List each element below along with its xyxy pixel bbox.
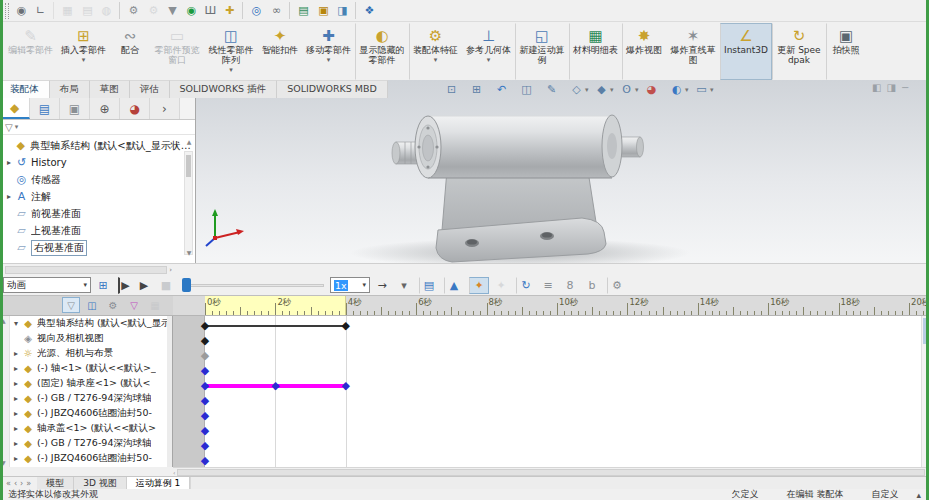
- filter-results-icon[interactable]: ▦: [146, 297, 164, 313]
- measure-comb-icon[interactable]: Ш: [201, 2, 220, 19]
- exploded-view-button[interactable]: ✸ 爆炸视图 ▾: [622, 23, 666, 80]
- dropdown-caret-icon[interactable]: ▾: [585, 86, 592, 94]
- feature-tree-item[interactable]: ▱ 上视基准面: [0, 222, 195, 239]
- tab-nav-icon[interactable]: «: [6, 479, 11, 488]
- gravity-icon[interactable]: b: [582, 277, 602, 294]
- scroll-down-icon[interactable]: ▼: [185, 249, 193, 256]
- propertymanager-tab[interactable]: ▤: [30, 98, 60, 119]
- playback-mode-icon[interactable]: →: [372, 277, 392, 294]
- collapse-pane-left-icon[interactable]: ◧: [872, 82, 881, 93]
- motion-key-diamond[interactable]: ◆: [199, 410, 211, 421]
- motion-study-properties-icon[interactable]: ⚙: [607, 277, 627, 294]
- filter-driving-icon[interactable]: ⚙: [104, 297, 122, 313]
- expand-arrow-icon[interactable]: ▸: [11, 424, 21, 433]
- motion-change-bar[interactable]: [205, 325, 346, 327]
- animation-wizard-icon[interactable]: ▲: [444, 277, 464, 294]
- scroll-thumb[interactable]: [177, 469, 924, 476]
- tree-filter-bar[interactable]: ▽ ▾: [0, 120, 195, 135]
- display-style-icon[interactable]: ◆: [593, 82, 610, 98]
- component-preview-button[interactable]: ▭ 零部件预览窗口 ▾: [150, 23, 204, 80]
- previous-view-icon[interactable]: ↶: [493, 82, 510, 98]
- take-snapshot-button[interactable]: ▣ 拍快照 ▾: [826, 23, 866, 80]
- snapshot-view-icon[interactable]: ◨: [333, 2, 352, 19]
- filter-selected-icon[interactable]: ▽: [125, 297, 143, 313]
- expand-arrow-icon[interactable]: ▸: [11, 349, 21, 358]
- panel-flyout-tab[interactable]: ›: [150, 98, 180, 119]
- expand-arrow-icon[interactable]: ▸: [11, 454, 21, 463]
- timeline-key-area[interactable]: ◆◆◆◆◆◆◆◆◆◆◆◆◆: [173, 316, 929, 467]
- study-type-select[interactable]: 动画 ▾: [3, 277, 91, 293]
- scroll-right-icon[interactable]: ›: [169, 266, 172, 274]
- feature-tree-item[interactable]: ◎ 传感器: [0, 171, 195, 188]
- timeline-horizontal-scrollbar[interactable]: ‹ ›: [173, 467, 929, 476]
- motion-tree-item[interactable]: ◈ 视向及相机视图: [11, 331, 167, 346]
- expand-arrow-icon[interactable]: ▸: [11, 394, 21, 403]
- bom-button[interactable]: ▦ 材料明细表 ▾: [569, 23, 622, 80]
- export-sheet-icon[interactable]: ▤: [289, 2, 314, 19]
- toolbar-grip[interactable]: [5, 3, 9, 19]
- tab-nav-icon[interactable]: »: [26, 479, 31, 488]
- motor-icon[interactable]: ↻: [516, 277, 536, 294]
- motion-key-diamond[interactable]: ◆: [199, 320, 211, 331]
- mate-button[interactable]: ∾ 配合 ▾: [110, 23, 150, 80]
- filter-none-icon[interactable]: ▽: [62, 297, 80, 313]
- sketch-view-icon[interactable]: ✎: [543, 82, 560, 98]
- command-tab[interactable]: 装配体: [0, 80, 50, 98]
- motion-key-diamond[interactable]: ◆: [199, 335, 211, 346]
- slider-thumb[interactable]: [182, 278, 191, 292]
- tree-scrollbar[interactable]: ▲ ▼: [184, 151, 193, 255]
- motion-key-diamond[interactable]: ◆: [199, 455, 211, 466]
- motion-tree-item[interactable]: ▸ ◆ 轴承盖<1> (默认<<默认>: [11, 421, 167, 436]
- tab-nav-icon[interactable]: ‹: [14, 479, 17, 488]
- edit-appearance-icon[interactable]: ◕: [643, 82, 660, 98]
- new-motion-study-button[interactable]: ◱ 新建运动算例 ▾: [515, 23, 569, 80]
- calculate-icon[interactable]: ⊞: [93, 277, 113, 294]
- motion-tree-item[interactable]: ▾ ◆ 典型轴系结构 (默认<默认_显示: [11, 316, 167, 331]
- save-animation-icon[interactable]: ▤: [419, 277, 439, 294]
- instant3d-button[interactable]: ∠ Instant3D ▾: [720, 23, 772, 80]
- binoculars-icon[interactable]: ∞: [267, 2, 286, 19]
- expand-arrow-icon[interactable]: ▸: [4, 158, 14, 167]
- explode-line-sketch-button[interactable]: ✶ 爆炸直线草图 ▾: [666, 23, 720, 80]
- feature-tree-item[interactable]: ▱ 右视基准面: [0, 239, 195, 256]
- stop-icon[interactable]: ■: [156, 277, 176, 294]
- screen-icon[interactable]: ▦: [53, 2, 78, 19]
- motion-tree-item[interactable]: ▸ ◆ (-) GB / T276-94深沟球轴: [11, 436, 167, 451]
- motion-key-diamond[interactable]: ◆: [340, 380, 352, 391]
- apply-scene-icon[interactable]: ◐: [668, 82, 685, 98]
- contact-icon[interactable]: 8: [560, 277, 580, 294]
- search-icon[interactable]: ◎: [242, 2, 267, 19]
- select-lamp-icon[interactable]: ◉: [12, 2, 31, 19]
- motion-key-diamond[interactable]: ◆: [199, 395, 211, 406]
- configurationmanager-tab[interactable]: ▣: [60, 98, 90, 119]
- insert-components-button[interactable]: ⊞ 插入零部件 ▾: [57, 23, 110, 80]
- hide-show-items-icon[interactable]: ʘ: [618, 82, 635, 98]
- motion-tree-item[interactable]: ▸ ☼ 光源、相机与布景: [11, 346, 167, 361]
- featuremanager-tab[interactable]: ◆: [0, 98, 30, 119]
- scroll-thumb[interactable]: [186, 155, 191, 177]
- move-component-button[interactable]: ✚ 移动零部件 ▾: [302, 23, 355, 80]
- motion-tree-item[interactable]: ▸ ◆ (-) JBZQ4606毡圈油封50-: [11, 451, 167, 466]
- view-settings-icon[interactable]: ▭: [693, 82, 710, 98]
- motion-key-diamond[interactable]: ◆: [199, 365, 211, 376]
- motion-tree-item[interactable]: ▸ ◆ (-) JBZQ4606毡圈油封50-: [11, 406, 167, 421]
- scroll-left-icon[interactable]: ‹: [173, 469, 175, 476]
- feature-tree-item[interactable]: ▱ 前视基准面: [0, 205, 195, 222]
- filter-animated-icon[interactable]: ◫: [83, 297, 101, 313]
- window-switch-icon[interactable]: ❖: [355, 2, 380, 19]
- expand-arrow-icon[interactable]: ▸: [11, 379, 21, 388]
- location-pin-icon[interactable]: ◉: [182, 2, 201, 19]
- playback-mode-caret[interactable]: ▾: [394, 277, 414, 294]
- motion-key-diamond[interactable]: ◆: [199, 425, 211, 436]
- gear-disabled-icon[interactable]: ⚙: [144, 2, 163, 19]
- motion-tree-item[interactable]: ▸ ◆ (固定) 轴承座<1> (默认<: [11, 376, 167, 391]
- print-icon[interactable]: ▣: [314, 2, 333, 19]
- corner-ruler-icon[interactable]: ∟: [31, 2, 50, 19]
- tab-nav-icon[interactable]: ›: [20, 479, 23, 488]
- collapse-pane-right-icon[interactable]: ◨: [886, 82, 895, 93]
- edit-component-button[interactable]: ✎ 编辑零部件 ▾: [4, 23, 57, 80]
- motion-key-diamond[interactable]: ◆: [340, 320, 352, 331]
- dimxpertmanager-tab[interactable]: ⊕: [90, 98, 120, 119]
- add-key-icon[interactable]: ✦: [491, 277, 511, 294]
- expand-arrow-icon[interactable]: ▾: [11, 319, 21, 328]
